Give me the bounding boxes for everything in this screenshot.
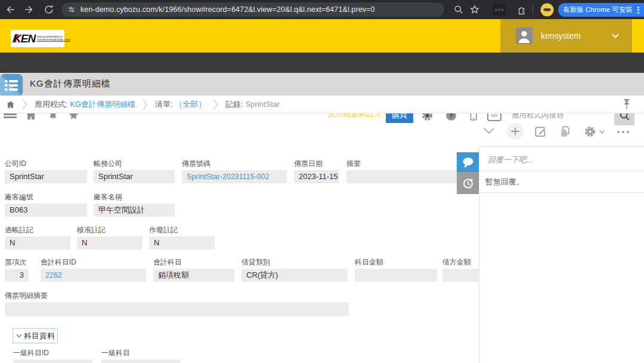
- panel-divider: [479, 146, 479, 363]
- edit-icon[interactable]: [534, 125, 547, 139]
- field-label: 過帳註記: [5, 226, 70, 235]
- field-voucher-no: 傳票號碼 SprintStar-20231115-002: [182, 159, 287, 183]
- field-label: 帳務公司: [94, 159, 175, 168]
- field-label: 公司ID: [5, 159, 87, 168]
- pin-icon[interactable]: [623, 99, 631, 110]
- chevron-down-icon: [16, 334, 22, 338]
- divider: [479, 171, 644, 171]
- field-label: 會計科目: [153, 258, 234, 267]
- chrome-update-chip[interactable]: 有新版 Chrome 可安裝: [558, 3, 644, 17]
- breadcrumb-record-name: SprintStar: [246, 100, 280, 109]
- field-value: N: [5, 236, 70, 250]
- copy-icon[interactable]: [558, 125, 572, 139]
- add-record-button[interactable]: [507, 123, 524, 140]
- field-value: [355, 269, 437, 282]
- chrome-update-label: 有新版 Chrome 可安裝: [563, 5, 632, 14]
- field-value: [442, 269, 479, 282]
- logo-subtext: 肯美資訊科技股份有限公司 SYSTEM INTERNATIONAL CORP.: [37, 35, 74, 42]
- collapse-icon[interactable]: [483, 127, 495, 134]
- field-value: 甲午空間設計: [94, 204, 175, 217]
- field-label: 廠客名稱: [94, 193, 175, 202]
- group-title: 科目資料: [24, 331, 55, 342]
- field-vendor-no: 廠客編號 B063: [5, 193, 87, 217]
- field-value: SprintStar: [5, 170, 87, 183]
- breadcrumb-record: 記錄: SprintStar: [225, 99, 280, 110]
- chevron-down-icon: [612, 33, 619, 38]
- field-value-link[interactable]: 2262: [41, 269, 146, 282]
- more-options-icon[interactable]: [617, 131, 629, 133]
- brand-bar: KEN 肯美資訊科技股份有限公司 SYSTEM INTERNATIONAL CO…: [0, 19, 644, 53]
- app-icon[interactable]: [0, 74, 23, 97]
- field-label: 核准註記: [77, 226, 143, 235]
- breadcrumb: 應用程式: KG會計傳票明細檔 清單: （全部） 記錄: SprintStar: [0, 96, 644, 113]
- field-label: 票項次: [5, 258, 29, 267]
- field-level1-account-id: 一級科目ID: [13, 349, 92, 363]
- field-label: 借貸類別: [242, 258, 348, 267]
- field-value: [13, 359, 92, 363]
- chevron-down-icon: [599, 130, 605, 134]
- bookmark-star-icon[interactable]: [469, 4, 481, 16]
- record-gear-icon: [583, 125, 597, 139]
- global-toolbar: 33 試用期還剩21天 購買 ? </>: [0, 53, 644, 73]
- field-value: [101, 359, 181, 363]
- field-value-link[interactable]: SprintStar-20231115-002: [182, 170, 287, 183]
- field-value: N: [149, 236, 215, 250]
- extensions-icon[interactable]: [516, 4, 527, 15]
- divider: [479, 192, 644, 193]
- field-value: SprintStar: [94, 170, 175, 183]
- logo-text: KEN: [13, 32, 35, 45]
- forward-icon[interactable]: [23, 4, 35, 16]
- more-menu-icon[interactable]: [637, 5, 639, 14]
- add-icon: [510, 127, 520, 136]
- record-settings-menu[interactable]: [583, 125, 605, 139]
- breadcrumb-separator-icon: [213, 99, 218, 110]
- field-label: 傳票號碼: [182, 159, 287, 168]
- field-level1-account-name: 一級科目: [101, 349, 181, 363]
- no-comments-text: 暫無回覆。: [485, 177, 524, 187]
- field-value: [5, 302, 349, 316]
- field-detail-summary: 傳票明細摘要: [5, 291, 349, 316]
- field-company-id: 公司ID SprintStar: [5, 159, 87, 183]
- breadcrumb-separator-icon: [22, 99, 27, 110]
- field-debit-credit-type: 借貸類別 CR(貸方): [242, 258, 348, 282]
- divider: [479, 146, 644, 147]
- devtools-icon[interactable]: </>: [493, 4, 506, 16]
- back-icon[interactable]: [5, 4, 17, 16]
- field-label: 借方金額: [442, 258, 479, 267]
- field-label: 作廢註記: [149, 226, 215, 235]
- company-logo[interactable]: KEN 肯美資訊科技股份有限公司 SYSTEM INTERNATIONAL CO…: [11, 30, 64, 47]
- site-info-icon[interactable]: [67, 5, 76, 14]
- field-label: 會計科目ID: [41, 258, 146, 267]
- field-label: 傳票明細摘要: [5, 291, 349, 300]
- profile-avatar-icon[interactable]: [540, 3, 554, 17]
- field-post-flag: 過帳註記 N: [5, 226, 70, 250]
- field-debit-amount: 借方金額: [442, 258, 479, 282]
- field-value: CR(貸方): [242, 269, 348, 282]
- browser-bar: ken-demo.cybozu.com/k/1966/show#record=6…: [0, 0, 644, 19]
- breadcrumb-separator-icon: [143, 99, 148, 110]
- app-title[interactable]: KG會計傳票明細檔: [30, 78, 111, 90]
- field-value: 2023-11-15: [294, 170, 339, 183]
- url-text: ken-demo.cybozu.com/k/1966/show#record=6…: [80, 5, 375, 14]
- reload-icon[interactable]: [43, 4, 55, 16]
- user-avatar-icon: [516, 27, 532, 44]
- breadcrumb-home-icon[interactable]: [6, 100, 15, 109]
- browser-search-icon[interactable]: [453, 4, 465, 16]
- field-vendor-name: 廠客名稱 甲午空間設計: [94, 193, 175, 217]
- user-menu[interactable]: kensystem: [500, 19, 632, 53]
- field-account-amount: 科目金額: [355, 258, 437, 282]
- field-label: 一級科目: [101, 349, 181, 358]
- group-toggle-subject-data[interactable]: 科目資料: [13, 328, 58, 343]
- field-account-id: 會計科目ID 2262: [41, 258, 146, 282]
- field-line-no: 票項次 3: [5, 258, 29, 282]
- breadcrumb-list-link[interactable]: （全部）: [175, 100, 206, 109]
- field-value: 銷項稅額: [153, 269, 234, 282]
- tab-comments[interactable]: [457, 152, 479, 172]
- address-bar[interactable]: ken-demo.cybozu.com/k/1966/show#record=6…: [61, 2, 444, 17]
- tab-history[interactable]: [457, 172, 479, 194]
- comment-reply-box[interactable]: 回覆一下吧...: [488, 155, 533, 165]
- field-label: 廠客編號: [5, 193, 87, 202]
- field-approve-flag: 核准註記 N: [77, 226, 143, 250]
- breadcrumb-app-link[interactable]: KG會計傳票明細檔: [70, 100, 135, 109]
- field-void-flag: 作廢註記 N: [149, 226, 215, 250]
